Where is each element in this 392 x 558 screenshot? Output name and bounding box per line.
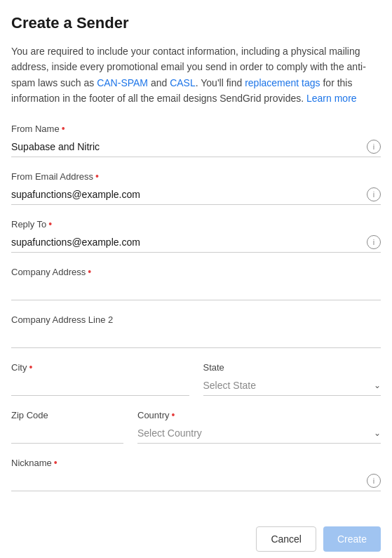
from-name-required: • [62,124,65,133]
company-address-group: Company Address • [11,267,381,300]
from-email-label: From Email Address • [11,171,381,182]
can-spam-link[interactable]: CAN-SPAM [97,77,148,88]
page-title: Create a Sender [11,14,381,32]
zip-group: Zip Code [11,410,123,444]
company-address2-input[interactable] [11,328,381,348]
zip-label: Zip Code [11,410,123,420]
zip-country-row: Zip Code Country • Select Country ⌄ [11,410,381,458]
reply-to-required: • [48,219,52,229]
learn-more-link[interactable]: Learn more [306,93,357,104]
reply-to-group: Reply To • i [11,219,381,253]
reply-to-input[interactable] [11,232,381,253]
from-name-info-icon[interactable]: i [367,140,381,154]
country-required: • [172,410,175,420]
from-email-group: From Email Address • i [11,171,381,205]
state-group: State Select State ⌄ [203,362,381,396]
city-required: • [29,362,32,372]
state-select-wrapper: Select State ⌄ [203,376,381,396]
cancel-button[interactable]: Cancel [256,526,316,552]
footer-buttons: Cancel Create [11,519,381,552]
company-address2-label: Company Address Line 2 [11,314,381,325]
from-email-info-icon[interactable]: i [367,187,381,201]
nickname-group: Nickname • i [11,458,381,491]
country-group: Country • Select Country ⌄ [137,410,381,444]
nickname-input-wrapper: i [11,471,381,491]
nickname-input[interactable] [11,471,381,491]
zip-input-wrapper [11,423,123,444]
country-select-wrapper: Select Country ⌄ [137,423,381,444]
description-text: You are required to include your contact… [11,44,381,107]
city-label: City • [11,362,189,373]
country-label: Country • [137,410,381,420]
city-state-row: City • State Select State ⌄ [11,362,381,410]
nickname-info-icon[interactable]: i [367,474,381,488]
city-group: City • [11,362,189,396]
city-input-wrapper [11,376,189,396]
from-email-input-wrapper: i [11,185,381,205]
reply-to-input-wrapper: i [11,232,381,253]
from-name-input-wrapper: i [11,137,381,157]
zip-input[interactable] [11,423,123,444]
casl-link[interactable]: CASL [170,77,196,88]
from-name-label: From Name • [11,124,381,134]
company-address-input[interactable] [11,280,381,300]
city-input[interactable] [11,376,189,396]
reply-to-info-icon[interactable]: i [367,235,381,249]
create-button[interactable]: Create [323,526,381,552]
nickname-required: • [54,458,58,467]
state-select[interactable]: Select State [203,376,381,396]
replacement-tags-link[interactable]: replacement tags [245,77,320,88]
country-select[interactable]: Select Country [137,423,381,444]
company-address-label: Company Address • [11,267,381,277]
nickname-label: Nickname • [11,458,381,468]
company-address-input-wrapper [11,280,381,300]
from-name-group: From Name • i [11,124,381,157]
company-address2-group: Company Address Line 2 [11,314,381,348]
reply-to-label: Reply To • [11,219,381,230]
from-email-input[interactable] [11,185,381,205]
from-name-input[interactable] [11,137,381,157]
state-label: State [203,362,381,373]
from-email-required: • [95,171,99,181]
company-address-required: • [88,267,91,277]
company-address2-input-wrapper [11,328,381,348]
